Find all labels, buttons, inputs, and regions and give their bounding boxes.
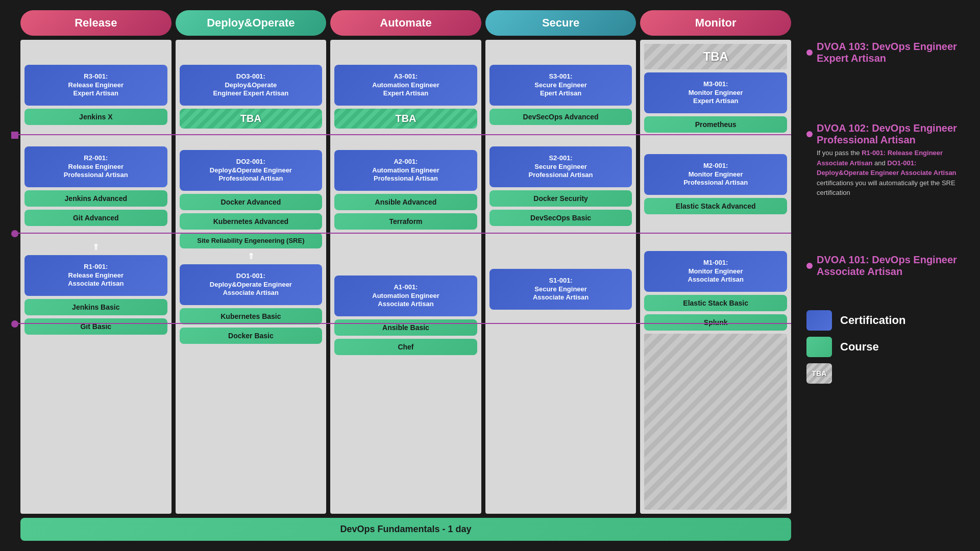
monitor-course-elastic-adv: Elastic Stack Advanced: [644, 198, 787, 214]
deploy-course-tba-3: TBA: [180, 109, 323, 129]
deploy-arrow: ⇑: [180, 252, 323, 261]
legend-cert: Certification: [806, 310, 965, 331]
deploy-course-k8s-adv: Kubernetes Advanced: [180, 213, 323, 230]
deploy-column: DO3-001: Deploy&Operate Engineer Expert …: [176, 40, 327, 514]
legend-cert-label: Certification: [840, 314, 905, 327]
monitor-course-elastic-basic: Elastic Stack Basic: [644, 295, 787, 311]
monitor-cert-1: M1-001: Monitor Engineer Associate Artis…: [644, 251, 787, 292]
legend: Certification Course TBA: [806, 310, 965, 384]
dvoa-103-entry: DVOA 103: DevOps Engineer Expert Artisan: [806, 41, 965, 66]
release-arrow: ⇑: [24, 242, 167, 252]
release-spacer-3: [24, 229, 167, 239]
deploy-course-docker-adv: Docker Advanced: [180, 194, 323, 210]
release-l3-spacer: [24, 44, 167, 62]
automate-course-ansible-adv: Ansible Advanced: [334, 194, 477, 210]
secure-cert-3: S3-001: Secure Engineer Epert Artisan: [489, 65, 632, 106]
release-course-jenkins-x: Jenkins X: [24, 109, 167, 125]
dvoa-102-dot: [806, 131, 813, 137]
release-spacer-2: [24, 128, 167, 143]
monitor-course-splunk: Splunk: [644, 314, 787, 331]
sre-box: Site Reliability Engeneering (SRE): [180, 233, 323, 248]
right-sidebar: DVOA 103: DevOps Engineer Expert Artisan…: [791, 10, 965, 541]
level-2-dot: [11, 230, 18, 237]
automate-cert-3: A3-001: Automation Engineer Expert Artis…: [334, 65, 477, 106]
dvoa-102-desc: If you pass the R1-001: Release Engineer…: [806, 148, 965, 198]
monitor-course-prometheus: Prometheus: [644, 116, 787, 133]
chart-area: Release Deploy&Operate Automate Secure M…: [15, 10, 791, 541]
dvoa-101-dot: [806, 263, 813, 269]
dvoa-101-title: DVOA 101: DevOps Engineer Associate Arti…: [806, 254, 965, 278]
monitor-tba-bottom: [644, 334, 787, 510]
header-automate: Automate: [330, 10, 481, 36]
secure-cert-2: S2-001: Secure Engineer Professional Art…: [489, 146, 632, 187]
automate-cert-1: A1-001: Automation Engineer Associate Ar…: [334, 276, 477, 316]
automate-course-ansible-basic: Ansible Basic: [334, 319, 477, 336]
bottom-bar: DevOps Fundamentals - 1 day: [20, 518, 791, 541]
dvoa-101-entry: DVOA 101: DevOps Engineer Associate Arti…: [806, 254, 965, 280]
deploy-cert-2: DO2-001: Deploy&Operate Engineer Profess…: [180, 150, 323, 191]
deploy-cert-3: DO3-001: Deploy&Operate Engineer Expert …: [180, 65, 323, 106]
release-column: R3-001: Release Engineer Expert Artisan …: [20, 40, 172, 514]
legend-course-box: [806, 337, 832, 357]
dvoa-102-title: DVOA 102: DevOps Engineer Professional A…: [806, 122, 965, 146]
header-deploy: Deploy&Operate: [176, 10, 327, 36]
legend-cert-box: [806, 310, 832, 331]
legend-tba: TBA: [806, 363, 965, 384]
dvoa-103-dot: [806, 49, 813, 56]
monitor-cert-3: M3-001: Monitor Engineer Expert Artisan: [644, 72, 787, 113]
legend-course: Course: [806, 337, 965, 357]
monitor-tba-top: TBA: [644, 44, 787, 69]
release-course-jenkins-basic: Jenkins Basic: [24, 299, 167, 315]
header-monitor: Monitor: [640, 10, 791, 36]
release-course-jenkins-adv: Jenkins Advanced: [24, 190, 167, 207]
automate-course-terraform: Terraform: [334, 213, 477, 230]
secure-course-devsecops-basic: DevSecOps Basic: [489, 210, 632, 226]
secure-course-devsecops-adv: DevSecOps Advanced: [489, 109, 632, 125]
automate-course-tba-3: TBA: [334, 109, 477, 129]
legend-tba-box: TBA: [806, 363, 832, 384]
monitor-column: TBA M3-001: Monitor Engineer Expert Arti…: [640, 40, 791, 514]
dvoa-102-entry: DVOA 102: DevOps Engineer Professional A…: [806, 122, 965, 198]
release-course-git-adv: Git Advanced: [24, 210, 167, 226]
level-3-line: [15, 134, 791, 135]
automate-cert-2: A2-001: Automation Engineer Professional…: [334, 150, 477, 191]
monitor-cert-2: M2-001: Monitor Engineer Professional Ar…: [644, 154, 787, 195]
secure-column: S3-001: Secure Engineer Epert Artisan De…: [485, 40, 636, 514]
automate-course-chef: Chef: [334, 339, 477, 355]
level-1-line: [15, 323, 791, 324]
deploy-course-docker-basic: Docker Basic: [180, 328, 323, 344]
dvoa-103-title: DVOA 103: DevOps Engineer Expert Artisan: [806, 41, 965, 64]
header-secure: Secure: [485, 10, 636, 36]
level-2-line: [15, 233, 791, 234]
deploy-course-k8s-basic: Kubernetes Basic: [180, 308, 323, 324]
column-headers: Release Deploy&Operate Automate Secure M…: [15, 10, 791, 36]
main-container: Release Deploy&Operate Automate Secure M…: [0, 0, 980, 551]
release-cert-3: R3-001: Release Engineer Expert Artisan: [24, 65, 167, 106]
release-cert-1: R1-001: Release Engineer Associate Artis…: [24, 255, 167, 296]
legend-course-label: Course: [840, 340, 879, 354]
automate-column: A3-001: Automation Engineer Expert Artis…: [330, 40, 481, 514]
deploy-cert-1: DO1-001: Deploy&Operate Engineer Associa…: [180, 264, 323, 305]
level-1-dot: [11, 320, 18, 328]
columns-row: R3-001: Release Engineer Expert Artisan …: [15, 40, 791, 514]
header-release: Release: [20, 10, 172, 36]
secure-course-docker-sec: Docker Security: [489, 190, 632, 207]
level-3-dot: [11, 132, 18, 139]
secure-cert-1: S1-001: Secure Engineer Associate Artisa…: [489, 269, 632, 310]
release-course-git-basic: Git Basic: [24, 318, 167, 335]
release-cert-2: R2-001: Release Engineer Professional Ar…: [24, 146, 167, 187]
